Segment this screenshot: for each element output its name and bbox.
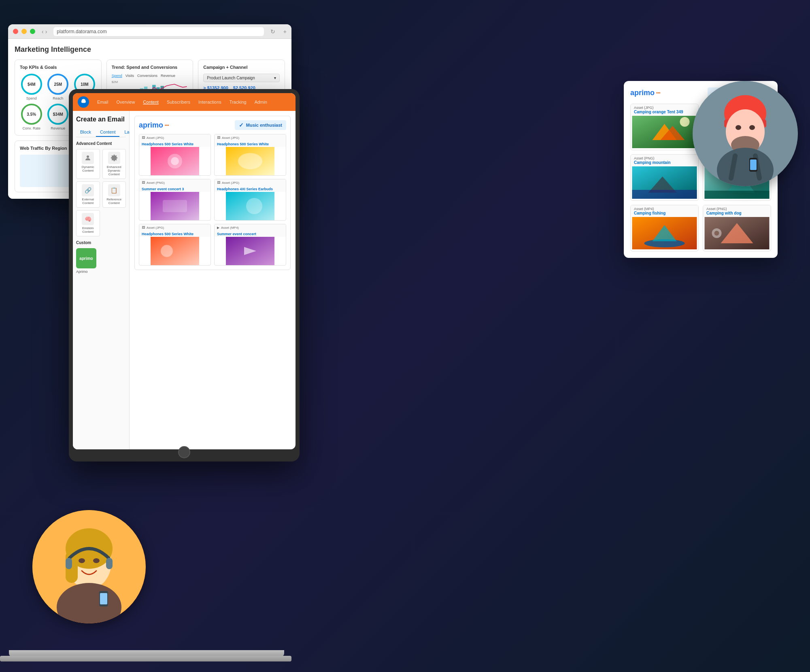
dashboard-title: Marketing Intelligence bbox=[15, 45, 285, 54]
camping-aprimo-text: aprimo bbox=[630, 89, 655, 97]
tablet-home-button[interactable] bbox=[178, 446, 190, 458]
file-icon-4: 🖼 bbox=[217, 181, 220, 185]
nav-email[interactable]: Email bbox=[97, 100, 108, 104]
minimize-btn[interactable] bbox=[21, 29, 27, 34]
svg-rect-84 bbox=[750, 159, 757, 170]
kpi-revenue: $34M Revenue bbox=[47, 104, 70, 130]
trend-visits-label: Visits bbox=[125, 74, 134, 78]
asset-2-image bbox=[215, 147, 286, 175]
nav-tracking[interactable]: Tracking bbox=[230, 100, 247, 104]
kpis-title: Top KPIs & Goals bbox=[20, 65, 96, 70]
email-main-area: aprimo ••• ✓ Music enthusiast 🖼 bbox=[130, 111, 296, 449]
address-bar[interactable]: platform.datorama.com bbox=[53, 27, 264, 36]
mac-titlebar: ‹ › platform.datorama.com ↻ + bbox=[8, 24, 291, 39]
camping-asset-6[interactable]: Asset (PNG) Camping with dog bbox=[703, 205, 771, 251]
maximize-btn[interactable] bbox=[30, 29, 35, 34]
tab-block[interactable]: Block bbox=[76, 128, 95, 137]
file-icon: 🖼 bbox=[142, 136, 145, 140]
asset-5-name: Headphones 500 Series White bbox=[139, 231, 210, 237]
trend-title: Trend: Spend and Conversions bbox=[112, 65, 188, 70]
forward-button[interactable]: › bbox=[45, 28, 47, 35]
trend-legend: Spend Visits Conversions Revenue bbox=[112, 74, 188, 78]
tab-layout[interactable]: Layout bbox=[120, 128, 130, 137]
camping-asset-6-img bbox=[703, 217, 771, 249]
sidebar-reference-content[interactable]: 📋 Reference Content bbox=[102, 181, 126, 208]
asset-5-header: 🖼 Asset (JPG) bbox=[139, 224, 210, 231]
woman-photo bbox=[32, 510, 146, 623]
music-badge-text: Music enthusiast bbox=[246, 123, 282, 128]
man-photo bbox=[693, 81, 798, 186]
aprimo-custom-block[interactable]: aprimo bbox=[76, 248, 96, 268]
svg-rect-54 bbox=[705, 191, 770, 199]
camping-asset-1-header: Asset (JPG) Camping orange Tent 349 bbox=[631, 104, 698, 116]
back-button[interactable]: ‹ bbox=[42, 28, 44, 35]
asset-1-header: 🖼 Asset (JPG) bbox=[139, 134, 210, 141]
email-nav: Email Overview Content Subscribers Inter… bbox=[73, 93, 296, 111]
svg-point-33 bbox=[238, 153, 262, 169]
nav-overview[interactable]: Overview bbox=[117, 100, 135, 104]
kpi-reach: 25M Reach bbox=[47, 74, 70, 100]
kpi-revenue-label: Revenue bbox=[51, 126, 65, 130]
camping-asset-5-name: Camping fishing bbox=[634, 211, 695, 215]
asset-3-header: 🖼 Asset (PNG) bbox=[139, 179, 210, 186]
aprimo-block-text: aprimo bbox=[79, 256, 93, 261]
camping-asset-5[interactable]: Asset (MP4) Camping fishing bbox=[630, 205, 699, 251]
aprimo-panel-header: aprimo ••• ✓ Music enthusiast bbox=[139, 120, 286, 130]
file-icon-6: ▶ bbox=[217, 226, 219, 230]
reference-icon: 📋 bbox=[108, 184, 120, 196]
einstein-content-label: Einstein Content bbox=[78, 226, 98, 234]
kpi-reach-label: Reach bbox=[53, 96, 63, 100]
y-2m: $2M bbox=[112, 80, 118, 84]
refresh-icon[interactable]: ↻ bbox=[270, 28, 275, 35]
nav-buttons: ‹ › bbox=[42, 28, 47, 35]
asset-card-3[interactable]: 🖼 Asset (PNG) Summer event concert 3 bbox=[139, 179, 211, 221]
asset-2-header: 🖼 Asset (JPG) bbox=[215, 134, 286, 141]
asset-card-2[interactable]: 🖼 Asset (JPG) Headphones 500 Series Whit… bbox=[214, 134, 286, 176]
svg-point-37 bbox=[246, 198, 262, 214]
close-btn[interactable] bbox=[13, 29, 18, 34]
sidebar-dynamic-content[interactable]: Dynamic Content bbox=[76, 149, 100, 179]
nav-content[interactable]: Content bbox=[143, 100, 159, 104]
asset-3-type: Asset (PNG) bbox=[147, 181, 165, 185]
camping-asset-1[interactable]: Asset (JPG) Camping orange Tent 349 bbox=[630, 104, 699, 150]
nav-subscribers[interactable]: Subscribers bbox=[167, 100, 190, 104]
kpi-spend: $4M Spend bbox=[20, 74, 43, 100]
asset-card-4[interactable]: 🖼 Asset (JPG) Headphones 4XI Series Earb… bbox=[214, 179, 286, 221]
camping-asset-5-header: Asset (MP4) Camping fishing bbox=[631, 205, 698, 217]
campaign-dropdown[interactable]: Product Launch Campaign ▾ bbox=[203, 74, 280, 82]
asset-card-6[interactable]: ▶ Asset (MP4) Summer event concert bbox=[214, 224, 286, 266]
sidebar-einstein-content[interactable]: 🧠 Einstein Content bbox=[76, 210, 100, 236]
asset-1-name: Headphones 500 Series White bbox=[139, 141, 210, 147]
sidebar-enhanced-dynamic[interactable]: Enhanced Dynamic Content bbox=[102, 149, 126, 179]
kpi-convrate-label: Conv. Rate bbox=[23, 126, 40, 130]
salesforce-logo bbox=[78, 96, 89, 108]
asset-4-name: Headphones 4XI Series Earbuds bbox=[215, 186, 286, 192]
gear-icon bbox=[111, 154, 118, 162]
tablet-device: Email Overview Content Subscribers Inter… bbox=[69, 89, 300, 461]
asset-6-type: Asset (MP4) bbox=[221, 226, 239, 230]
asset-1-type: Asset (JPG) bbox=[147, 136, 164, 140]
kpi-spend-label: Spend bbox=[26, 96, 37, 100]
camping-asset-3[interactable]: Asset (PNG) Camping mountain bbox=[630, 154, 699, 201]
tab-content[interactable]: Content bbox=[96, 128, 120, 137]
svg-rect-35 bbox=[163, 200, 187, 212]
asset-card-1[interactable]: 🖼 Asset (JPG) Headphones 500 Series Whit… bbox=[139, 134, 211, 176]
svg-point-79 bbox=[749, 125, 755, 130]
kpi-convrate-ring: 3.5% bbox=[21, 104, 42, 125]
nav-interactions[interactable]: Interactions bbox=[198, 100, 221, 104]
asset-2-type: Asset (JPG) bbox=[222, 136, 239, 140]
camping-asset-1-name: Camping orange Tent 349 bbox=[634, 110, 695, 114]
music-asset-grid: 🖼 Asset (JPG) Headphones 500 Series Whit… bbox=[139, 134, 286, 266]
nav-admin[interactable]: Admin bbox=[255, 100, 267, 104]
camping-asset-6-name: Camping with dog bbox=[706, 211, 767, 215]
asset-6-image bbox=[215, 237, 286, 265]
asset-2-name: Headphones 500 Series White bbox=[215, 141, 286, 147]
asset-4-image bbox=[215, 192, 286, 220]
aprimo-logo: aprimo ••• bbox=[139, 121, 169, 130]
asset-card-5[interactable]: 🖼 Asset (JPG) Headphones 500 Series Whit… bbox=[139, 224, 211, 266]
svg-point-39 bbox=[161, 245, 173, 257]
new-tab-icon[interactable]: + bbox=[283, 28, 287, 35]
sidebar-external-content[interactable]: 🔗 External Content bbox=[76, 181, 100, 208]
dynamic-content-label: Dynamic Content bbox=[78, 165, 98, 172]
svg-rect-67 bbox=[106, 558, 113, 569]
